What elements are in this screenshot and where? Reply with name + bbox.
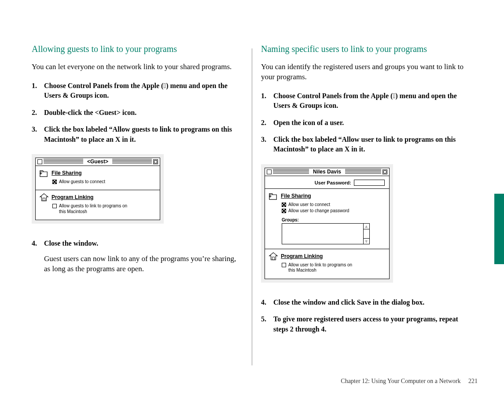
guest-connect-row: Allow guests to connect bbox=[52, 179, 156, 185]
user-window: Niles Davis User Password: bbox=[265, 168, 390, 279]
right-step-2: Open the icon of a user. bbox=[261, 118, 472, 128]
user-screenshot: Niles Davis User Password: bbox=[261, 164, 393, 283]
program-linking-icon bbox=[39, 193, 49, 202]
folder-icon bbox=[269, 192, 278, 200]
zoom-icon[interactable] bbox=[153, 159, 158, 164]
left-step-4: Close the window. Guest users can now li… bbox=[32, 239, 239, 274]
allow-guests-link-checkbox[interactable] bbox=[52, 204, 57, 208]
svg-rect-3 bbox=[272, 257, 274, 260]
right-steps-cont: Close the window and click Save in the d… bbox=[261, 298, 472, 334]
right-column: Naming specific users to link to your pr… bbox=[252, 44, 472, 365]
right-step-5: To give more registered users access to … bbox=[261, 314, 472, 334]
allow-user-connect-checkbox[interactable] bbox=[282, 203, 286, 207]
scroll-down-icon[interactable]: ▿ bbox=[364, 238, 369, 244]
file-sharing-header: File Sharing bbox=[269, 192, 386, 200]
page-number: 221 bbox=[468, 378, 478, 384]
folder-icon bbox=[39, 169, 49, 177]
page-edge-tab bbox=[494, 194, 504, 264]
file-sharing-label: File Sharing bbox=[281, 193, 311, 199]
titlebar-stripes bbox=[345, 169, 381, 174]
left-step-1: Choose Control Panels from the Apple ()… bbox=[32, 81, 239, 101]
groups-listbox: ▵ ▿ bbox=[282, 223, 370, 244]
allow-user-link-checkbox[interactable] bbox=[282, 263, 286, 267]
chapter-label: Chapter 12: Using Your Computer on a Net… bbox=[341, 378, 460, 384]
password-row: User Password: bbox=[265, 176, 389, 188]
titlebar-stripes bbox=[273, 169, 309, 174]
program-linking-label: Program Linking bbox=[281, 253, 323, 259]
password-label: User Password: bbox=[315, 180, 351, 185]
file-sharing-label: File Sharing bbox=[52, 170, 82, 176]
allow-guests-link-label: Allow guests to link to programs on this… bbox=[59, 203, 129, 214]
zoom-icon[interactable] bbox=[383, 169, 387, 174]
svg-rect-1 bbox=[43, 198, 45, 201]
allow-user-changepw-label: Allow user to change password bbox=[288, 208, 349, 214]
left-intro: You can let everyone on the network link… bbox=[32, 62, 239, 72]
guest-window-title: <Guest> bbox=[85, 158, 111, 165]
right-step-1: Choose Control Panels from the Apple ()… bbox=[261, 91, 472, 111]
program-linking-header: Program Linking bbox=[39, 193, 156, 202]
titlebar-stripes bbox=[44, 159, 83, 164]
left-step-4-note: Guest users can now link to any of the p… bbox=[44, 254, 239, 274]
apple-icon:  bbox=[163, 82, 166, 89]
svg-marker-2 bbox=[269, 253, 277, 260]
file-sharing-header: File Sharing bbox=[39, 169, 156, 177]
guest-link-row: Allow guests to link to programs on this… bbox=[52, 203, 156, 214]
password-field[interactable] bbox=[354, 180, 385, 186]
titlebar-stripes bbox=[112, 159, 152, 164]
scroll-up-icon[interactable]: ▵ bbox=[364, 224, 369, 229]
apple-icon:  bbox=[393, 92, 395, 99]
groups-list[interactable] bbox=[282, 223, 364, 244]
groups-scrollbar[interactable]: ▵ ▿ bbox=[364, 223, 370, 244]
right-steps: Choose Control Panels from the Apple ()… bbox=[261, 91, 472, 155]
left-heading: Allowing guests to link to your programs bbox=[32, 44, 239, 54]
step-text: Close the window. bbox=[44, 239, 98, 247]
allow-guests-connect-checkbox[interactable] bbox=[52, 180, 57, 184]
guest-window: <Guest> File Sharing bbox=[35, 158, 160, 221]
right-intro: You can identify the registered users an… bbox=[261, 62, 472, 82]
close-icon[interactable] bbox=[267, 169, 272, 174]
program-linking-header: Program Linking bbox=[269, 252, 386, 261]
groups-label: Groups: bbox=[282, 217, 386, 222]
close-icon[interactable] bbox=[37, 159, 42, 164]
program-linking-icon bbox=[269, 252, 278, 261]
left-steps-cont: Close the window. Guest users can now li… bbox=[32, 239, 239, 274]
page-footer: Chapter 12: Using Your Computer on a Net… bbox=[341, 378, 478, 385]
right-step-4: Close the window and click Save in the d… bbox=[261, 298, 472, 307]
program-linking-label: Program Linking bbox=[52, 194, 93, 200]
step-text: Choose Control Panels from the Apple ()… bbox=[273, 92, 457, 109]
left-steps: Choose Control Panels from the Apple ()… bbox=[32, 81, 239, 144]
step-text: Choose Control Panels from the Apple ()… bbox=[44, 82, 228, 99]
guest-titlebar: <Guest> bbox=[36, 158, 160, 166]
page-content: Allowing guests to link to your programs… bbox=[0, 0, 504, 365]
guest-screenshot: <Guest> File Sharing bbox=[32, 154, 164, 224]
left-step-3: Click the box labeled “Allow guests to l… bbox=[32, 125, 239, 144]
user-titlebar: Niles Davis bbox=[265, 168, 389, 176]
left-step-2: Double-click the <Guest> icon. bbox=[32, 108, 239, 118]
allow-user-connect-label: Allow user to connect bbox=[288, 202, 330, 208]
svg-marker-0 bbox=[40, 194, 48, 201]
user-window-title: Niles Davis bbox=[310, 169, 344, 175]
allow-guests-connect-label: Allow guests to connect bbox=[59, 179, 105, 185]
allow-user-changepw-checkbox[interactable] bbox=[282, 209, 286, 213]
right-step-3: Click the box labeled “Allow user to lin… bbox=[261, 135, 472, 155]
allow-user-link-label: Allow user to link to programs on this M… bbox=[288, 262, 359, 273]
left-column: Allowing guests to link to your programs… bbox=[32, 44, 252, 365]
right-heading: Naming specific users to link to your pr… bbox=[261, 44, 472, 54]
